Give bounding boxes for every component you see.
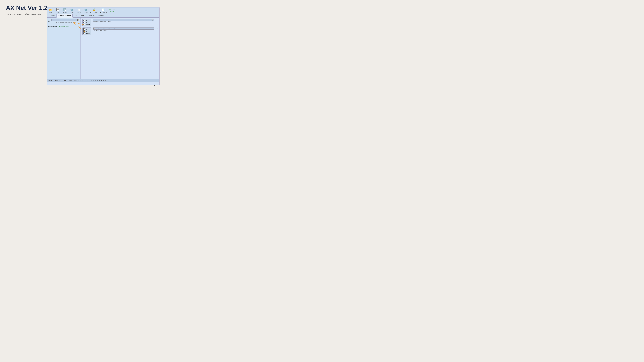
setup-label: Setup — [84, 11, 88, 13]
tab-bar: Gains Source • Delay In A Out 1 Out 2 Li… — [47, 14, 160, 17]
output-2-slider-area: · · · · · · · · · · · · · · · · · · · · … — [93, 27, 154, 31]
output-2-number: 2 — [156, 28, 158, 30]
channel-a-value: 170.000ms 57.80M 189.63Feet — [51, 21, 79, 23]
save-button[interactable]: 💾 Save — [55, 8, 60, 13]
recall-button[interactable]: 🔄 Recall — [62, 8, 68, 13]
temp-status: Good — [110, 11, 114, 12]
copy-label: Copy — [77, 11, 80, 13]
tab-limiters[interactable]: Limiters — [96, 14, 106, 17]
output-2-track[interactable]: · · · · · · · · · · · · · · · · · · · · … — [93, 27, 154, 29]
output-2-cb-noise: Noise — [84, 32, 90, 34]
load-label: Load — [49, 11, 52, 13]
recall-icon: 🔄 — [63, 8, 66, 11]
content-area: A · · · · · · · · · · · · · · · · · · · … — [47, 17, 160, 82]
output-2-cb-a: A — [84, 28, 90, 30]
status-error: Error #83 — [55, 80, 61, 81]
output-2-row: A B Noise · · · · · · · · · · · · · · · — [82, 27, 158, 35]
tab-gains[interactable]: Gains — [48, 14, 56, 17]
toolbar: 📂 Load 💾 Save 🔄 Recall ⚙️ Store 📋 Copy ⚙… — [47, 7, 160, 14]
output-1-check-noise[interactable] — [84, 24, 85, 25]
output-1-thumb[interactable] — [152, 19, 154, 20]
output-1-checkboxes: A B Noise — [82, 19, 91, 26]
temp-value: +37.9C — [109, 9, 115, 11]
save-label: Save — [56, 11, 60, 13]
temperature-display: +37.9C Good — [109, 9, 115, 12]
tab-out-1[interactable]: Out 1 — [80, 14, 88, 17]
channel-a-track[interactable]: · · · · · · · · · · · · · · · · · · · — [51, 19, 79, 21]
output-2-check-a[interactable] — [84, 28, 85, 30]
tab-source-delay[interactable]: Source • Delay — [56, 14, 72, 17]
lock-preset-button[interactable]: 🔒 Lock Preset — [90, 8, 98, 13]
app-window: 📂 Load 💾 Save 🔄 Recall ⚙️ Store 📋 Copy ⚙… — [47, 7, 160, 85]
lock-preset-label: Lock Preset — [90, 11, 98, 13]
pink-noise-row: Pink Noise — [48, 25, 79, 28]
output-1-number: 1 — [156, 19, 158, 22]
output-2-checkboxes: A B Noise — [82, 27, 91, 35]
store-icon: ⚙️ — [70, 8, 74, 11]
output-1-cb-a: A — [84, 19, 90, 21]
output-1-cb-b: B — [84, 21, 90, 23]
status-bar: Dante Error #83 16 Block ID:57.57.57.57.… — [47, 79, 160, 82]
tab-out-2[interactable]: Out 2 — [88, 14, 96, 17]
output-1-check-b[interactable] — [84, 22, 85, 23]
setup-button[interactable]: ⚙️ Setup — [83, 8, 88, 13]
output-1-track[interactable]: · · · · · · · · · · · · · · · · · · · · … — [93, 19, 154, 21]
right-panel: A B Noise · · · · · · · · · · · · · · · — [81, 17, 160, 82]
store-label: Store — [70, 11, 74, 13]
output-2-check-noise[interactable] — [84, 32, 85, 34]
all-presets-button[interactable]: 📄 All Presets — [100, 8, 107, 13]
load-button[interactable]: 📂 Load — [48, 8, 54, 13]
output-1-check-a[interactable] — [84, 19, 85, 21]
copy-icon: 📋 — [77, 8, 80, 11]
waveform-svg — [58, 25, 70, 28]
output-1-row: A B Noise · · · · · · · · · · · · · · · — [82, 19, 158, 26]
output-2-thumb[interactable] — [94, 28, 95, 29]
channel-a-dots: · · · · · · · · · · · · · · · · · · · — [52, 19, 79, 21]
channel-a-row: A · · · · · · · · · · · · · · · · · · · … — [48, 19, 79, 23]
save-icon: 💾 — [56, 8, 60, 11]
output-1-slider-area: · · · · · · · · · · · · · · · · · · · · … — [93, 19, 154, 22]
channel-a-label: A — [48, 20, 50, 22]
recall-label: Recall — [63, 11, 67, 13]
copy-button[interactable]: 📋 Copy — [76, 8, 82, 13]
output-1-cb-noise: Noise — [84, 23, 90, 25]
tab-in-a[interactable]: In A — [72, 14, 80, 17]
all-presets-icon: 📄 — [102, 8, 105, 11]
channel-a-slider: · · · · · · · · · · · · · · · · · · · 17… — [51, 19, 79, 23]
all-presets-label: All Presets — [100, 11, 107, 13]
page-number: 16 — [152, 85, 155, 88]
output-2-check-b[interactable] — [84, 30, 85, 32]
load-icon: 📂 — [49, 8, 52, 11]
store-button[interactable]: ⚙️ Store — [69, 8, 74, 13]
output-2-value: 0.000ms 0.00M 0.00Feet — [93, 30, 154, 31]
lock-icon: 🔒 — [92, 8, 96, 11]
status-block-id: Block ID:57.57.57.57.57.57.57.57.57.57.5… — [69, 80, 158, 81]
output-1-value: 200.000ms 68.00M 223.10Feet — [93, 21, 154, 22]
output-2-cb-b: B — [84, 30, 90, 32]
left-panel: A · · · · · · · · · · · · · · · · · · · … — [47, 17, 81, 82]
setup-icon: ⚙️ — [84, 8, 88, 11]
waveform-display — [58, 25, 70, 28]
pink-noise-label: Pink Noise — [48, 25, 57, 27]
status-dante: Dante — [48, 80, 52, 81]
status-number: 16 — [64, 80, 66, 81]
channel-a-thumb[interactable] — [78, 19, 79, 21]
